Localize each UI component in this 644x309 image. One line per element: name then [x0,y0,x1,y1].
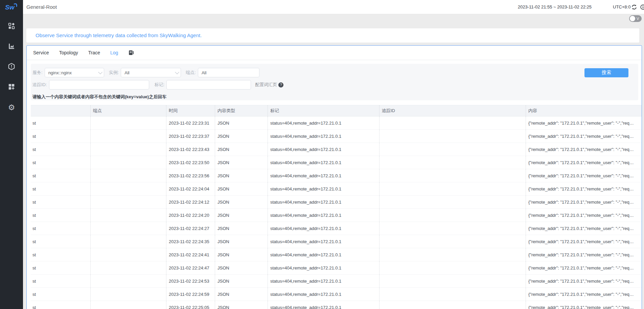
cell-content-type: JSON [215,117,268,129]
search-hint-text: 请输入一个内容关键词或者内容不包含的关键词(key=value)之后回车 [32,94,636,100]
sidebar-item-alerting[interactable] [7,63,16,71]
cell-trace-id [379,182,526,195]
help-icon[interactable]: ? [278,82,283,87]
cell-content-type: JSON [215,248,268,261]
cell-content: {"remote_addr": "172.21.0.1","remote_use… [526,156,642,169]
cell-content-type: JSON [215,261,268,274]
table-row[interactable]: st 2023-11-02 22:24:41 JSON status=404,r… [31,248,642,261]
cell-trace-id [379,288,526,301]
cell-tags: status=404,remote_addr=172.21.0.1 [268,182,379,195]
table-row[interactable]: st 2023-11-02 22:24:12 JSON status=404,r… [31,196,642,209]
tab-log[interactable]: Log [110,50,118,55]
cell-time: 2023-11-02 22:24:12 [166,196,215,208]
cell-endpoint [90,235,166,248]
cell-content-type: JSON [215,235,268,248]
cell-tags: status=404,remote_addr=172.21.0.1 [268,301,379,309]
copy-document-icon[interactable] [128,50,135,56]
tab-topology[interactable]: Topology [59,50,78,55]
cell-tags: status=404,remote_addr=172.21.0.1 [268,117,379,129]
dashboard-icon [8,22,15,31]
tab-bar: Service Topology Trace Log [27,46,642,60]
cell-trace-id [379,301,526,309]
version-toggle[interactable]: V [629,15,642,22]
cell-content-type: JSON [215,169,268,182]
table-row[interactable]: st 2023-11-02 22:23:31 JSON status=404,r… [31,117,642,130]
cell-content-type: JSON [215,222,268,235]
cell-content: {"remote_addr": "172.21.0.1","remote_use… [526,196,642,208]
cell-content: {"remote_addr": "172.21.0.1","remote_use… [526,222,642,235]
table-row[interactable]: st 2023-11-02 22:24:20 JSON status=404,r… [31,209,642,222]
cell-trace-id [379,222,526,235]
sidebar-item-metrics[interactable] [7,43,16,51]
service-select-value: nginx::nginx [48,70,72,75]
cell-tags: status=404,remote_addr=172.21.0.1 [268,261,379,274]
skywalking-logo[interactable]: Sw [0,0,23,14]
tab-trace[interactable]: Trace [88,50,100,55]
sidebar-item-settings[interactable]: ⚙ [7,103,16,111]
table-row[interactable]: st 2023-11-02 22:24:59 JSON status=404,r… [31,288,642,301]
header-trace-id: 追踪ID [379,105,526,116]
filter-panel: 服务: nginx::nginx 实例: All 端点: All 搜索 追踪ID… [31,64,638,100]
time-range-picker[interactable]: 2023-11-02 21:55 ~ 2023-11-02 22:25 [518,0,592,14]
cell-content: {"remote_addr": "172.21.0.1","remote_use… [526,209,642,222]
cell-content-type: JSON [215,143,268,156]
cell-service: st [31,235,90,248]
cell-service: st [31,261,90,274]
cell-trace-id [379,209,526,222]
cell-time: 2023-11-02 22:23:56 [166,169,215,182]
timezone-setting[interactable]: UTC+8:0 [613,0,630,14]
logo-text: Sw [5,4,15,11]
cell-tags: status=404,remote_addr=172.21.0.1 [268,235,379,248]
table-row[interactable]: st 2023-11-02 22:24:27 JSON status=404,r… [31,222,642,235]
cell-service: st [31,169,90,182]
service-select[interactable]: nginx::nginx [45,68,104,77]
sidebar-item-dashboards[interactable] [7,22,16,30]
cell-time: 2023-11-02 22:23:31 [166,117,215,129]
table-row[interactable]: st 2023-11-02 22:23:50 JSON status=404,r… [31,156,642,169]
cell-service: st [31,248,90,261]
sidebar-item-widgets[interactable] [7,83,16,91]
chevron-down-icon [175,70,180,74]
cell-time: 2023-11-02 22:25:05 [166,301,215,309]
cell-tags: status=404,remote_addr=172.21.0.1 [268,222,379,235]
cell-content: {"remote_addr": "172.21.0.1","remote_use… [526,288,642,301]
table-row[interactable]: st 2023-11-02 22:23:37 JSON status=404,r… [31,130,642,143]
cell-content: {"remote_addr": "172.21.0.1","remote_use… [526,130,642,143]
endpoint-input[interactable]: All [198,68,259,77]
tags-input[interactable] [166,80,251,89]
cell-content-type: JSON [215,182,268,195]
cell-endpoint [90,182,166,195]
table-row[interactable]: st 2023-11-02 22:24:47 JSON status=404,r… [31,261,642,275]
cell-endpoint [90,288,166,301]
cell-content: {"remote_addr": "172.21.0.1","remote_use… [526,169,642,182]
header-time: 时间 [166,105,215,116]
header-tags: 标记 [268,105,379,116]
tab-service[interactable]: Service [33,50,49,55]
cell-trace-id [379,130,526,143]
header-content-type: 内容类型 [215,105,268,116]
cell-service: st [31,275,90,287]
trace-id-input[interactable] [49,80,149,89]
table-row[interactable]: st 2023-11-02 22:25:05 JSON status=404,r… [31,301,642,309]
table-row[interactable]: st 2023-11-02 22:23:56 JSON status=404,r… [31,169,642,182]
search-button[interactable]: 搜索 [584,68,628,77]
cell-time: 2023-11-02 22:23:43 [166,143,215,156]
cell-time: 2023-11-02 22:24:59 [166,288,215,301]
cell-endpoint [90,301,166,309]
refresh-icon[interactable] [631,4,637,10]
instance-select[interactable]: All [121,68,181,77]
cell-trace-id [379,261,526,274]
cell-content: {"remote_addr": "172.21.0.1","remote_use… [526,248,642,261]
top-bar: General-Root 2023-11-02 21:55 ~ 2023-11-… [23,0,644,14]
cell-tags: status=404,remote_addr=172.21.0.1 [268,196,379,208]
info-icon[interactable] [640,4,644,10]
cell-endpoint [90,156,166,169]
cell-time: 2023-11-02 22:24:41 [166,248,215,261]
table-row[interactable]: st 2023-11-02 22:24:35 JSON status=404,r… [31,235,642,248]
table-row[interactable]: st 2023-11-02 22:24:53 JSON status=404,r… [31,275,642,288]
banner-card: Observe Service through telemetry data c… [26,28,639,43]
table-row[interactable]: st 2023-11-02 22:23:43 JSON status=404,r… [31,143,642,156]
cell-content: {"remote_addr": "172.21.0.1","remote_use… [526,235,642,248]
table-row[interactable]: st 2023-11-02 22:24:04 JSON status=404,r… [31,182,642,196]
config-vocabulary-link[interactable]: 配置词汇页 [255,82,277,88]
